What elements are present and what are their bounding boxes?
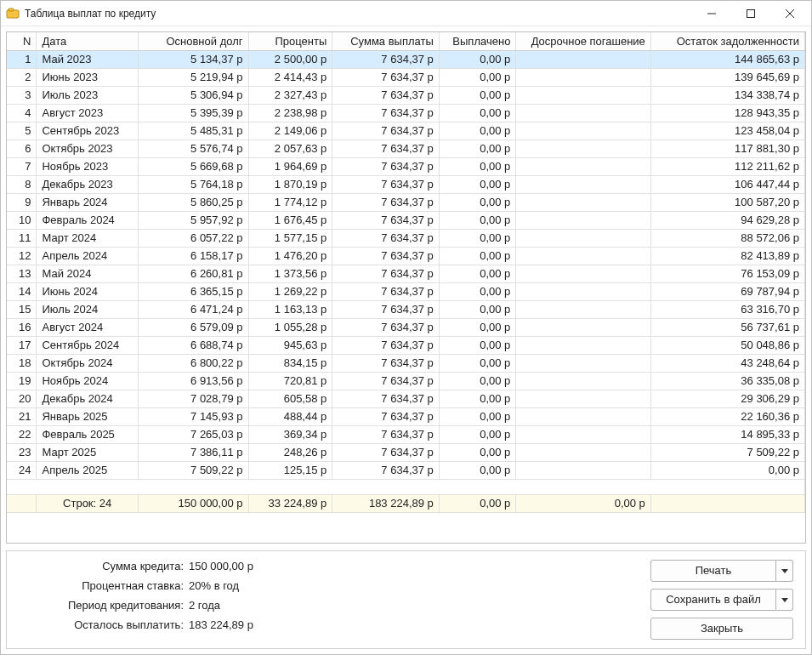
table-row[interactable]: 15Июль 20246 471,24 р1 163,13 р7 634,37 … [7, 300, 805, 318]
table-row[interactable]: 7Ноябрь 20235 669,68 р1 964,69 р7 634,37… [7, 157, 805, 175]
table-row[interactable]: 4Август 20235 395,39 р2 238,98 р7 634,37… [7, 104, 805, 122]
col-header-balance[interactable]: Остаток задолженности [650, 32, 804, 50]
summary-row: Строк: 24 150 000,00 р 33 224,89 р 183 2… [7, 494, 805, 512]
save-dropdown-button[interactable] [776, 589, 793, 611]
cell-balance: 43 248,64 р [650, 354, 804, 372]
table-row[interactable]: 10Февраль 20245 957,92 р1 676,45 р7 634,… [7, 211, 805, 229]
cell-early [516, 104, 650, 122]
cell-date: Март 2024 [37, 229, 138, 247]
table-row[interactable]: 24Апрель 20257 509,22 р125,15 р7 634,37 … [7, 461, 805, 479]
cell-paid: 0,00 р [439, 372, 516, 390]
table-row[interactable]: 11Март 20246 057,22 р1 577,15 р7 634,37 … [7, 229, 805, 247]
table-row[interactable]: 8Декабрь 20235 764,18 р1 870,19 р7 634,3… [7, 175, 805, 193]
summary-rowcount: Строк: 24 [37, 494, 138, 512]
cell-interest: 605,58 р [248, 390, 332, 407]
cell-balance: 100 587,20 р [650, 193, 804, 211]
table-row[interactable]: 6Октябрь 20235 576,74 р2 057,63 р7 634,3… [7, 140, 805, 157]
table-row[interactable]: 12Апрель 20246 158,17 р1 476,20 р7 634,3… [7, 247, 805, 265]
table-row[interactable]: 14Июнь 20246 365,15 р1 269,22 р7 634,37 … [7, 282, 805, 300]
cell-paid: 0,00 р [439, 175, 516, 193]
cell-balance: 69 787,94 р [650, 282, 804, 300]
print-button[interactable]: Печать [650, 560, 776, 582]
cell-paid: 0,00 р [439, 282, 516, 300]
rate-value: 20% в год [189, 579, 650, 592]
table-row[interactable]: 21Январь 20257 145,93 р488,44 р7 634,37 … [7, 407, 805, 425]
table-row[interactable]: 2Июнь 20235 219,94 р2 414,43 р7 634,37 р… [7, 68, 805, 86]
cell-paid: 0,00 р [439, 86, 516, 104]
cell-date: Октябрь 2023 [37, 140, 138, 157]
cell-paid: 0,00 р [439, 354, 516, 372]
period-value: 2 года [189, 599, 650, 612]
chevron-down-icon [781, 564, 788, 578]
table-row[interactable]: 5Сентябрь 20235 485,31 р2 149,06 р7 634,… [7, 122, 805, 140]
table-row[interactable]: 17Сентябрь 20246 688,74 р945,63 р7 634,3… [7, 336, 805, 354]
cell-interest: 1 269,22 р [248, 282, 332, 300]
spacer-row [7, 479, 805, 494]
cell-interest: 1 964,69 р [248, 157, 332, 175]
cell-paid: 0,00 р [439, 407, 516, 425]
table-row[interactable]: 16Август 20246 579,09 р1 055,28 р7 634,3… [7, 318, 805, 336]
save-split-button: Сохранить в файл [650, 589, 793, 611]
cell-balance: 106 447,44 р [650, 175, 804, 193]
cell-n: 9 [7, 193, 37, 211]
table-row[interactable]: 9Январь 20245 860,25 р1 774,12 р7 634,37… [7, 193, 805, 211]
cell-early [516, 211, 650, 229]
cell-date: Июль 2024 [37, 300, 138, 318]
cell-n: 22 [7, 425, 37, 443]
table-row[interactable]: 18Октябрь 20246 800,22 р834,15 р7 634,37… [7, 354, 805, 372]
cell-date: Июнь 2023 [37, 68, 138, 86]
cell-paid: 0,00 р [439, 229, 516, 247]
table-row[interactable]: 1Май 20235 134,37 р2 500,00 р7 634,37 р0… [7, 50, 805, 68]
cell-early [516, 372, 650, 390]
cell-n: 7 [7, 157, 37, 175]
table-row[interactable]: 22Февраль 20257 265,03 р369,34 р7 634,37… [7, 425, 805, 443]
print-dropdown-button[interactable] [776, 560, 793, 582]
cell-principal: 6 471,24 р [138, 300, 248, 318]
col-header-interest[interactable]: Проценты [248, 32, 332, 50]
cell-principal: 7 145,93 р [138, 407, 248, 425]
cell-n: 23 [7, 443, 37, 461]
cell-interest: 2 238,98 р [248, 104, 332, 122]
cell-n: 4 [7, 104, 37, 122]
cell-principal: 5 134,37 р [138, 50, 248, 68]
cell-payment: 7 634,37 р [332, 425, 440, 443]
table-row[interactable]: 13Май 20246 260,81 р1 373,56 р7 634,37 р… [7, 265, 805, 282]
cell-principal: 5 669,68 р [138, 157, 248, 175]
cell-n: 8 [7, 175, 37, 193]
table-row[interactable]: 20Декабрь 20247 028,79 р605,58 р7 634,37… [7, 390, 805, 407]
cell-interest: 1 774,12 р [248, 193, 332, 211]
cell-interest: 1 476,20 р [248, 247, 332, 265]
cell-payment: 7 634,37 р [332, 50, 440, 68]
cell-balance: 76 153,09 р [650, 265, 804, 282]
col-header-date[interactable]: Дата [37, 32, 138, 50]
col-header-paid[interactable]: Выплачено [439, 32, 516, 50]
table-row[interactable]: 19Ноябрь 20246 913,56 р720,81 р7 634,37 … [7, 372, 805, 390]
close-button[interactable] [770, 1, 809, 26]
col-header-n[interactable]: N [7, 32, 37, 50]
svg-rect-1 [9, 9, 14, 11]
col-header-early[interactable]: Досрочное погашение [516, 32, 650, 50]
cell-principal: 5 860,25 р [138, 193, 248, 211]
cell-date: Ноябрь 2023 [37, 157, 138, 175]
rate-label: Процентная ставка: [14, 579, 184, 592]
cell-interest: 1 163,13 р [248, 300, 332, 318]
col-header-principal[interactable]: Основной долг [138, 32, 248, 50]
table-row[interactable]: 3Июль 20235 306,94 р2 327,43 р7 634,37 р… [7, 86, 805, 104]
action-buttons: Печать Сохранить в файл Закрыть [650, 560, 793, 640]
close-dialog-button[interactable]: Закрыть [650, 618, 793, 640]
grid-scroll-area[interactable]: N Дата Основной долг Проценты Сумма выпл… [7, 32, 805, 543]
maximize-button[interactable] [731, 1, 770, 26]
summary-n-cell [7, 494, 37, 512]
minimize-button[interactable] [692, 1, 731, 26]
summary-balance [650, 494, 804, 512]
svg-rect-3 [747, 9, 755, 17]
app-icon [6, 7, 20, 20]
cell-balance: 88 572,06 р [650, 229, 804, 247]
cell-paid: 0,00 р [439, 336, 516, 354]
cell-early [516, 425, 650, 443]
save-to-file-button[interactable]: Сохранить в файл [650, 589, 776, 611]
cell-principal: 6 365,15 р [138, 282, 248, 300]
col-header-payment[interactable]: Сумма выплаты [332, 32, 440, 50]
cell-balance: 82 413,89 р [650, 247, 804, 265]
table-row[interactable]: 23Март 20257 386,11 р248,26 р7 634,37 р0… [7, 443, 805, 461]
